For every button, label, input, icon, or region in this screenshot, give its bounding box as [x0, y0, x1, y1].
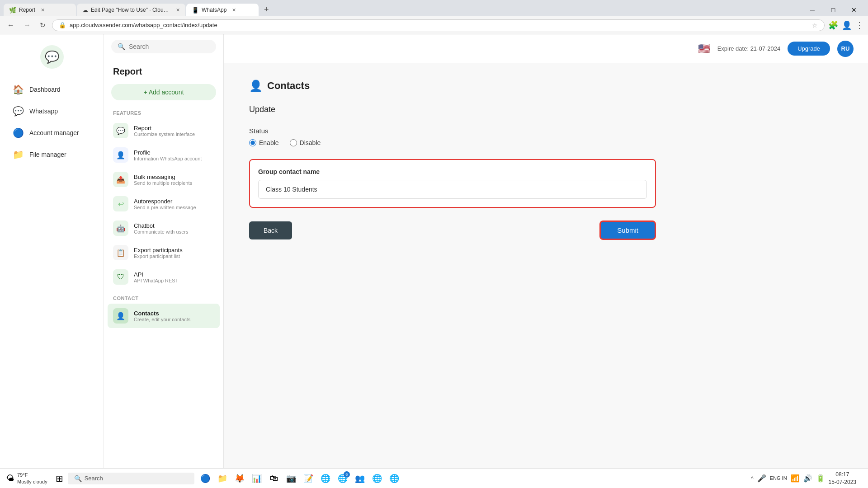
clock-date: 15-07-2023 [829, 479, 856, 486]
new-tab-button[interactable]: + [259, 3, 274, 16]
taskbar-app-edge[interactable]: 🌐 [369, 470, 385, 487]
upgrade-button[interactable]: Upgrade [788, 42, 830, 56]
weather-temp: 79°F [17, 472, 47, 478]
add-account-button[interactable]: + Add account [111, 84, 216, 100]
group-contact-input[interactable] [258, 180, 647, 199]
taskbar-app-teams[interactable]: 👥 [352, 470, 368, 487]
taskbar-search[interactable]: 🔍 Search [68, 473, 194, 484]
bulk-messaging-menu-text: Bulk messaging Send to multiple recipien… [134, 174, 192, 186]
search-box[interactable]: 🔍 [111, 40, 216, 53]
bookmark-icon[interactable]: ☆ [812, 22, 818, 29]
edit-page-tab-close[interactable]: ✕ [176, 7, 180, 13]
group-contact-label: Group contact name [258, 168, 647, 175]
window-close-button[interactable]: ✕ [844, 4, 864, 16]
middle-panel: 🔍 Report + Add account FEATURES 💬 Report… [104, 34, 224, 468]
taskbar-app-cortana[interactable]: 🔵 [197, 470, 213, 487]
sidebar-item-account-manager[interactable]: 🔵 Account manager [0, 123, 104, 143]
export-participants-menu-subtitle: Export participant list [134, 253, 183, 259]
reload-button[interactable]: ↻ [37, 20, 48, 30]
browser-chrome: 🌿 Report ✕ ☁ Edit Page "How to Use" · Cl… [0, 0, 868, 34]
taskbar-lang: ENG IN [770, 475, 787, 481]
menu-item-profile[interactable]: 👤 Profile Information WhatsApp account [104, 143, 223, 167]
bulk-messaging-menu-subtitle: Send to multiple recipients [134, 180, 192, 186]
taskbar-app-store[interactable]: 🛍 [266, 470, 282, 487]
enable-radio[interactable] [249, 139, 256, 146]
address-bar-container[interactable]: 🔒 ☆ [52, 19, 825, 31]
taskbar-volume-icon[interactable]: 🔊 [803, 474, 812, 483]
forward-nav-button[interactable]: → [21, 20, 33, 30]
extensions-icon[interactable]: 🧩 [828, 20, 838, 30]
menu-item-report[interactable]: 💬 Report Customize system interface [104, 118, 223, 143]
weather-desc: Mostly cloudy [17, 479, 47, 485]
taskbar-app-notification[interactable]: 🌐 6 [335, 470, 351, 487]
sidebar-item-dashboard[interactable]: 🏠 Dashboard [0, 80, 104, 99]
page-header: 👤 Contacts [249, 80, 843, 92]
sidebar-item-file-manager[interactable]: 📁 File manager [0, 145, 104, 164]
window-minimize-button[interactable]: ─ [802, 4, 823, 16]
back-button[interactable]: Back [249, 221, 292, 239]
menu-item-bulk-messaging[interactable]: 📤 Bulk messaging Send to multiple recipi… [104, 167, 223, 192]
taskbar-mic-icon[interactable]: 🎤 [757, 474, 766, 483]
chevron-icon[interactable]: ^ [751, 475, 754, 482]
taskbar-app-chrome1[interactable]: 🌐 [317, 470, 334, 487]
enable-radio-label[interactable]: Enable [249, 139, 279, 146]
taskbar-app-browser1[interactable]: 🦊 [231, 470, 248, 487]
logo-area: 💬 [40, 42, 64, 78]
start-button[interactable]: ⊞ [52, 471, 67, 486]
report-menu-subtitle: Customize system interface [134, 131, 195, 137]
disable-radio[interactable] [290, 139, 297, 146]
clock-time: 08:17 [829, 471, 856, 479]
main-content: 🇺🇸 Expire date: 21-07-2024 Upgrade RU 👤 … [224, 34, 868, 468]
sidebar-item-whatsapp[interactable]: 💬 Whatsapp [0, 101, 104, 121]
menu-item-autoresponder[interactable]: ↩ Autoresponder Send a pre-written messa… [104, 192, 223, 216]
tab-bar: 🌿 Report ✕ ☁ Edit Page "How to Use" · Cl… [0, 0, 868, 16]
chatbot-menu-title: Chatbot [134, 222, 188, 229]
autoresponder-menu-title: Autoresponder [134, 198, 196, 205]
flag-icon: 🇺🇸 [698, 43, 710, 55]
left-sidebar: 💬 🏠 Dashboard 💬 Whatsapp 🔵 Account manag… [0, 34, 104, 468]
whatsapp-tab-close[interactable]: ✕ [232, 7, 236, 13]
whatsapp-nav-label: Whatsapp [29, 108, 58, 115]
logo-circle: 💬 [40, 45, 64, 69]
whatsapp-nav-icon: 💬 [13, 106, 24, 117]
address-input[interactable] [70, 22, 808, 28]
taskbar-app-excel[interactable]: 📊 [249, 470, 265, 487]
profile-menu-text: Profile Information WhatsApp account [134, 149, 202, 161]
profile-icon[interactable]: 👤 [842, 20, 852, 30]
features-section-label: FEATURES [104, 104, 223, 118]
weather-text: 79°F Mostly cloudy [17, 472, 47, 485]
disable-radio-label[interactable]: Disable [290, 139, 321, 146]
taskbar-wifi-icon[interactable]: 📶 [791, 474, 800, 483]
submit-button[interactable]: Submit [599, 221, 656, 240]
taskbar-app-browser2[interactable]: 🌐 [386, 470, 402, 487]
api-menu-text: API API WhatApp REST [134, 271, 178, 283]
tab-whatsapp[interactable]: 📱 WhatsApp ✕ [186, 4, 259, 16]
weather-widget[interactable]: 🌤 79°F Mostly cloudy [3, 472, 51, 485]
status-label: Status [249, 127, 843, 135]
taskbar-app-notes[interactable]: 📝 [300, 470, 316, 487]
dashboard-label: Dashboard [29, 86, 61, 93]
menu-item-contacts[interactable]: 👤 Contacts Create, edit your contacts [108, 304, 220, 328]
taskbar-app-explorer[interactable]: 📁 [214, 470, 231, 487]
top-bar: 🇺🇸 Expire date: 21-07-2024 Upgrade RU [224, 34, 868, 63]
contacts-menu-icon: 👤 [113, 308, 128, 324]
menu-item-api[interactable]: 🛡 API API WhatApp REST [104, 265, 223, 289]
menu-icon[interactable]: ⋮ [855, 20, 863, 30]
menu-item-export-participants[interactable]: 📋 Export participants Export participant… [104, 240, 223, 265]
taskbar-battery-icon[interactable]: 🔋 [816, 474, 825, 483]
back-nav-button[interactable]: ← [5, 20, 17, 30]
tab-edit-page[interactable]: ☁ Edit Page "How to Use" · Cloud W ✕ [77, 4, 185, 16]
search-input[interactable] [129, 43, 210, 50]
contact-section-label: CONTACT [104, 289, 223, 304]
tab-report[interactable]: 🌿 Report ✕ [4, 4, 76, 16]
taskbar-clock[interactable]: 08:17 15-07-2023 [829, 471, 856, 486]
autoresponder-menu-text: Autoresponder Send a pre-written message [134, 198, 196, 210]
window-maximize-button[interactable]: □ [823, 4, 844, 16]
report-tab-close[interactable]: ✕ [41, 7, 45, 13]
user-avatar[interactable]: RU [837, 41, 854, 57]
account-manager-icon: 🔵 [13, 127, 24, 138]
taskbar-app-photos[interactable]: 📷 [283, 470, 299, 487]
api-menu-subtitle: API WhatApp REST [134, 278, 178, 283]
expire-date-text: Expire date: 21-07-2024 [717, 45, 780, 52]
menu-item-chatbot[interactable]: 🤖 Chatbot Communicate with users [104, 216, 223, 240]
